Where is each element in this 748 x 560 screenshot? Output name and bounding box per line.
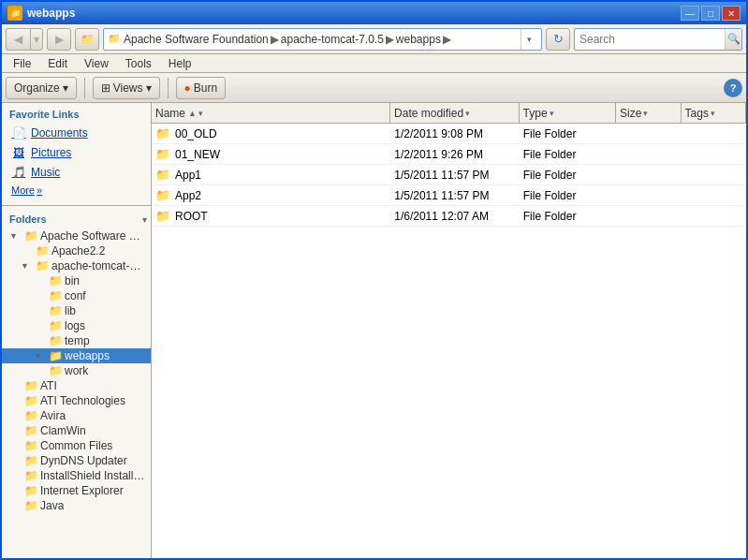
table-row[interactable]: 📁 00_OLD 1/2/2011 9:08 PM File Folder xyxy=(152,124,746,144)
size-filter-icon[interactable]: ▾ xyxy=(643,109,648,118)
tree-label: InstallShield Installatio xyxy=(40,469,147,482)
more-label: More xyxy=(11,184,35,196)
tree-label: bin xyxy=(65,274,80,287)
refresh-button[interactable]: ↻ xyxy=(546,28,570,51)
views-button[interactable]: ⊞ Views ▾ xyxy=(93,77,160,99)
col-type-label: Type xyxy=(523,107,548,120)
tree-item-ie[interactable]: 📁 Internet Explorer xyxy=(2,483,151,498)
search-input[interactable] xyxy=(575,33,725,46)
type-filter-icon[interactable]: ▾ xyxy=(550,109,554,118)
folder-icon: 📁 xyxy=(49,334,63,347)
toolbar-right: ? xyxy=(724,79,742,97)
more-link[interactable]: More » xyxy=(9,183,147,198)
table-row[interactable]: 📁 01_NEW 1/2/2011 9:26 PM File Folder xyxy=(152,144,746,165)
music-icon: 🎵 xyxy=(11,165,26,180)
up-button[interactable]: 📁 xyxy=(75,28,99,51)
folders-header[interactable]: Folders ▾ xyxy=(2,210,151,227)
tree-item-tomcat[interactable]: ▼ 📁 apache-tomcat-7.0.5 xyxy=(2,258,151,273)
tree-label: Apache2.2 xyxy=(51,244,105,258)
sidebar: Favorite Links 📄 Documents 🖼 Pictures 🎵 … xyxy=(2,103,152,558)
folder-icon: 📁 xyxy=(24,379,38,392)
sidebar-link-music[interactable]: 🎵 Music xyxy=(9,163,147,182)
col-header-date[interactable]: Date modified ▾ xyxy=(390,103,520,123)
folder-icon: 📁 xyxy=(24,469,38,482)
menu-tools[interactable]: Tools xyxy=(118,55,159,72)
tree-item-dyndns[interactable]: 📁 DynDNS Updater xyxy=(2,453,151,468)
tree-item-logs[interactable]: 📁 logs xyxy=(2,318,151,333)
date-filter-icon[interactable]: ▾ xyxy=(465,109,470,118)
window-icon: 📁 xyxy=(7,6,22,21)
tree-label: apache-tomcat-7.0.5 xyxy=(51,259,147,273)
filter-icon[interactable]: ▾ xyxy=(198,109,203,118)
file-folder-icon: 📁 xyxy=(155,209,170,223)
organize-button[interactable]: Organize ▾ xyxy=(6,77,77,99)
address-bar-row: ◀ ▾ ▶ 📁 📁 Apache Software Foundation ▶ a… xyxy=(2,24,746,54)
menu-bar: File Edit View Tools Help xyxy=(2,54,746,73)
tree-item-ati-tech[interactable]: 📁 ATI Technologies xyxy=(2,393,151,408)
table-row[interactable]: 📁 App2 1/5/2011 11:57 PM File Folder xyxy=(152,185,746,206)
table-row[interactable]: 📁 ROOT 1/6/2011 12:07 AM File Folder xyxy=(152,206,746,227)
tree-item-webapps[interactable]: ▼ 📁 webapps xyxy=(2,348,151,363)
tree-label: lib xyxy=(65,304,76,317)
col-header-tags[interactable]: Tags ▾ xyxy=(682,103,746,123)
tree-item-work[interactable]: 📁 work xyxy=(2,363,151,378)
folder-icon: 📁 xyxy=(24,499,38,512)
maximize-button[interactable]: □ xyxy=(701,6,720,21)
tree-item-lib[interactable]: 📁 lib xyxy=(2,303,151,318)
tree-label: conf xyxy=(65,289,86,302)
burn-label: Burn xyxy=(194,81,217,95)
close-button[interactable]: ✕ xyxy=(722,6,741,21)
sidebar-link-documents[interactable]: 📄 Documents xyxy=(9,124,147,142)
col-header-name[interactable]: Name ▲ ▾ xyxy=(152,103,390,123)
tree-item-conf[interactable]: 📁 conf xyxy=(2,288,151,303)
minimize-button[interactable]: — xyxy=(681,6,699,21)
back-dropdown-button[interactable]: ▾ xyxy=(30,28,43,51)
burn-button[interactable]: ● Burn xyxy=(176,77,227,99)
folder-icon: 📁 xyxy=(36,259,50,273)
tree-item-installshield[interactable]: 📁 InstallShield Installatio xyxy=(2,468,151,483)
help-button[interactable]: ? xyxy=(724,79,742,97)
menu-help[interactable]: Help xyxy=(161,55,199,72)
tree-item-java[interactable]: 📁 Java xyxy=(2,498,151,513)
tree-item-avira[interactable]: 📁 Avira xyxy=(2,408,151,423)
expand-icon: ▼ xyxy=(9,231,22,241)
address-sep-1: ▶ xyxy=(271,33,279,46)
menu-edit[interactable]: Edit xyxy=(40,55,75,72)
tree-label: Apache Software Foun xyxy=(40,229,147,243)
tree-item-bin[interactable]: 📁 bin xyxy=(2,273,151,288)
file-cell-date: 1/2/2011 9:08 PM xyxy=(390,127,520,140)
folder-icon: 📁 xyxy=(24,424,38,437)
address-parts: Apache Software Foundation ▶ apache-tomc… xyxy=(124,33,518,46)
tree-item-apache22[interactable]: 📁 Apache2.2 xyxy=(2,243,151,258)
tree-item-clamwin[interactable]: 📁 ClamWin xyxy=(2,423,151,438)
address-dropdown-button[interactable]: ▾ xyxy=(521,29,537,50)
documents-icon: 📄 xyxy=(11,125,26,140)
organize-label: Organize xyxy=(14,81,60,95)
sidebar-divider xyxy=(2,205,151,206)
menu-file[interactable]: File xyxy=(6,55,38,72)
file-folder-icon: 📁 xyxy=(155,147,170,161)
file-cell-type: File Folder xyxy=(520,127,616,140)
col-header-type[interactable]: Type ▾ xyxy=(520,103,617,123)
back-button[interactable]: ◀ xyxy=(6,28,30,51)
forward-button[interactable]: ▶ xyxy=(47,28,71,51)
sidebar-link-pictures[interactable]: 🖼 Pictures xyxy=(9,143,147,162)
address-box[interactable]: 📁 Apache Software Foundation ▶ apache-to… xyxy=(103,28,542,51)
expand-icon: ▼ xyxy=(34,351,47,361)
folder-icon: 📁 xyxy=(49,349,63,362)
tree-item-apache-software[interactable]: ▼ 📁 Apache Software Foun xyxy=(2,228,151,243)
tree-label: Avira xyxy=(40,409,66,422)
tree-item-temp[interactable]: 📁 temp xyxy=(2,333,151,348)
file-cell-date: 1/6/2011 12:07 AM xyxy=(390,210,520,223)
search-go-button[interactable]: 🔍 xyxy=(725,29,741,50)
col-header-size[interactable]: Size ▾ xyxy=(616,103,681,123)
sort-arrow-icon: ▲ xyxy=(188,109,197,118)
tags-filter-icon[interactable]: ▾ xyxy=(711,109,715,118)
tree-item-ati[interactable]: 📁 ATI xyxy=(2,378,151,393)
tree-label: Common Files xyxy=(40,439,112,452)
music-label: Music xyxy=(31,166,60,179)
tree-item-common-files[interactable]: 📁 Common Files xyxy=(2,438,151,453)
menu-view[interactable]: View xyxy=(77,55,116,72)
table-row[interactable]: 📁 App1 1/5/2011 11:57 PM File Folder xyxy=(152,165,746,185)
address-sep-3: ▶ xyxy=(443,33,451,46)
